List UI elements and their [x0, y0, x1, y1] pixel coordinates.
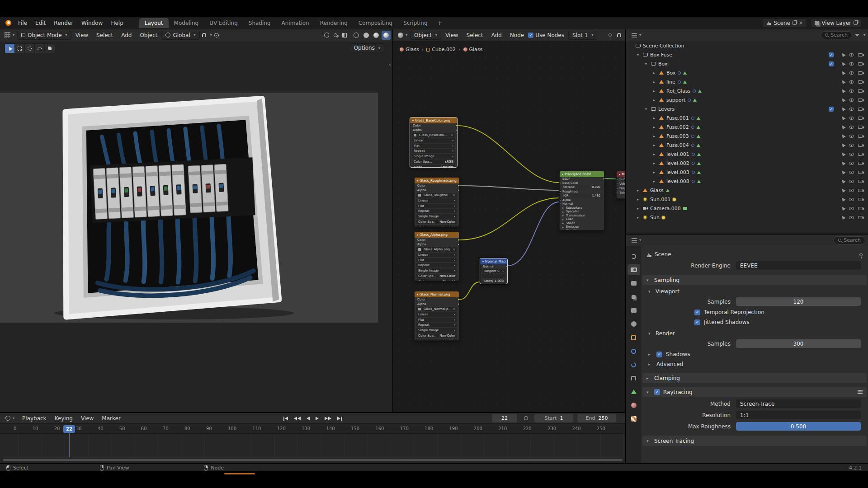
timeline-tracks[interactable] [0, 434, 625, 457]
hide-viewport-toggle[interactable] [849, 62, 854, 66]
selectable-toggle[interactable] [840, 151, 845, 156]
properties-tab[interactable] [627, 359, 640, 370]
hide-viewport-toggle[interactable] [849, 89, 854, 93]
expand-toggle[interactable] [653, 71, 659, 75]
prev-keyframe-button[interactable] [293, 416, 302, 421]
expand-toggle[interactable] [653, 152, 659, 156]
timeline-menu-item[interactable]: Playback [18, 415, 51, 422]
image-texture-node-roughness[interactable]: ▾Glass_Roughness.png ColorAlphaGlass_Rou… [414, 177, 459, 227]
viewport-subpanel-header[interactable]: ▾Viewport [641, 287, 868, 296]
node-row[interactable]: Single Image [416, 328, 457, 333]
node-row[interactable]: Linear [416, 312, 457, 317]
disable-render-toggle[interactable] [858, 153, 863, 156]
disable-render-toggle[interactable] [858, 99, 863, 102]
node-row[interactable]: Flat [412, 144, 455, 148]
node-row[interactable]: Single Image [416, 268, 457, 273]
collapse-icon[interactable]: ▾ [412, 119, 414, 122]
disable-render-toggle[interactable] [858, 180, 863, 183]
viewport-menu-item[interactable]: Add [117, 32, 136, 38]
selectable-toggle[interactable] [840, 115, 845, 120]
select-box-tool-button[interactable] [15, 44, 25, 53]
use-nodes-checkbox[interactable]: ✓ [528, 33, 533, 38]
shading-wireframe-button[interactable] [352, 31, 361, 40]
raytracing-method-dropdown[interactable]: Screen-Trace [736, 399, 861, 408]
outliner-row[interactable]: line [626, 77, 868, 86]
hide-viewport-toggle[interactable] [849, 71, 854, 75]
pin-icon[interactable] [859, 253, 863, 256]
output-socket[interactable] [458, 243, 459, 245]
next-keyframe-button[interactable] [324, 416, 332, 421]
tweak-tool-button[interactable] [5, 44, 15, 53]
workspace-tab[interactable]: Shading [243, 18, 276, 28]
node-row[interactable]: Alpha [560, 198, 604, 202]
outliner-row[interactable]: level.002 [626, 159, 868, 168]
node-header[interactable]: ▾Glass_Alpha.png [415, 232, 459, 238]
shadows-checkbox[interactable]: ✓ [656, 352, 662, 357]
node-row[interactable]: Color Spa...Non-Color [416, 333, 457, 338]
jittered-shadows-checkbox[interactable]: ✓ [694, 319, 700, 325]
expand-toggle[interactable] [653, 161, 659, 165]
hide-viewport-toggle[interactable] [849, 180, 854, 183]
selectable-toggle[interactable] [840, 79, 845, 84]
selectable-toggle[interactable] [840, 124, 845, 129]
disable-render-toggle[interactable] [858, 62, 863, 66]
properties-tab[interactable] [627, 400, 640, 411]
input-socket[interactable] [616, 188, 618, 190]
collapse-icon[interactable]: ▾ [417, 233, 418, 236]
options-button[interactable]: Options▾ [350, 43, 384, 52]
scrollbar-thumb[interactable] [3, 459, 623, 461]
image-texture-node-normal[interactable]: ▾Glass_Normal.png ColorAlphaGlass_Normal… [414, 291, 459, 341]
node-row[interactable]: Color [415, 297, 459, 302]
shadows-subpanel-header[interactable]: ▸✓Shadows [641, 349, 868, 359]
object-name[interactable]: Levers [658, 106, 675, 112]
expand-toggle[interactable] [645, 62, 651, 66]
disable-render-toggle[interactable] [858, 162, 863, 165]
node-row[interactable]: Glass_BaseColo... [412, 133, 455, 137]
properties-tab[interactable] [627, 264, 640, 275]
properties-tab[interactable] [627, 413, 640, 424]
node-row[interactable]: Normal [560, 202, 604, 206]
node-header[interactable]: ▾Principled BSDF [560, 171, 604, 177]
shader-menu-item[interactable]: Node [506, 32, 528, 38]
node-row[interactable]: Color [480, 283, 507, 284]
node-row[interactable]: Color [415, 183, 459, 188]
proportional-editing-toggle[interactable] [212, 31, 221, 40]
object-name[interactable]: Box [658, 61, 667, 67]
snap-node-toggle[interactable] [614, 31, 623, 40]
topbar-menu-item[interactable]: Window [77, 20, 107, 26]
shader-menu-item[interactable]: Add [487, 32, 506, 38]
node-row[interactable]: Roughness [560, 190, 604, 194]
outliner-row[interactable]: Scene Collection [626, 41, 868, 50]
node-row[interactable]: Thickness [617, 191, 625, 195]
selectable-toggle[interactable] [840, 106, 845, 111]
node-row[interactable]: Flat [416, 318, 457, 322]
play-reverse-button[interactable] [306, 416, 311, 421]
expand-toggle[interactable] [645, 107, 651, 111]
node-row[interactable]: Surface [617, 177, 625, 182]
workspace-tab[interactable]: UV Editing [204, 18, 243, 28]
outliner-row[interactable]: Sun [626, 213, 868, 222]
properties-tab[interactable] [627, 332, 640, 343]
shading-solid-button[interactable] [362, 31, 371, 40]
object-name[interactable]: support [666, 97, 685, 103]
hide-viewport-toggle[interactable] [849, 117, 854, 120]
node-row[interactable]: Repeat [412, 149, 455, 153]
properties-tab[interactable] [627, 373, 640, 384]
material-output-node[interactable]: ▾Material Output SurfaceVolumeDisplaceme… [616, 171, 625, 199]
object-name[interactable]: level.003 [666, 169, 689, 175]
node-row[interactable]: Glass_Normal.p... [416, 307, 457, 311]
node-row[interactable]: Subsurface [560, 206, 604, 210]
outliner-row[interactable]: Glass [626, 186, 868, 195]
node-row[interactable]: Sheen [560, 221, 604, 225]
output-socket[interactable] [603, 178, 604, 180]
expand-toggle[interactable] [637, 197, 642, 202]
node-row[interactable]: Glass_Alpha.png [416, 247, 457, 252]
viewport-menu-item[interactable]: View [71, 32, 92, 38]
collection-checkbox[interactable] [829, 107, 834, 112]
current-frame-field[interactable]: 22 [492, 414, 517, 422]
auto-keying-toggle[interactable] [521, 414, 530, 423]
disable-render-toggle[interactable] [858, 80, 863, 84]
object-name[interactable]: Scene Collection [643, 43, 684, 49]
node-row[interactable]: Emission [560, 225, 604, 229]
collapse-icon[interactable]: ▾ [417, 179, 418, 182]
